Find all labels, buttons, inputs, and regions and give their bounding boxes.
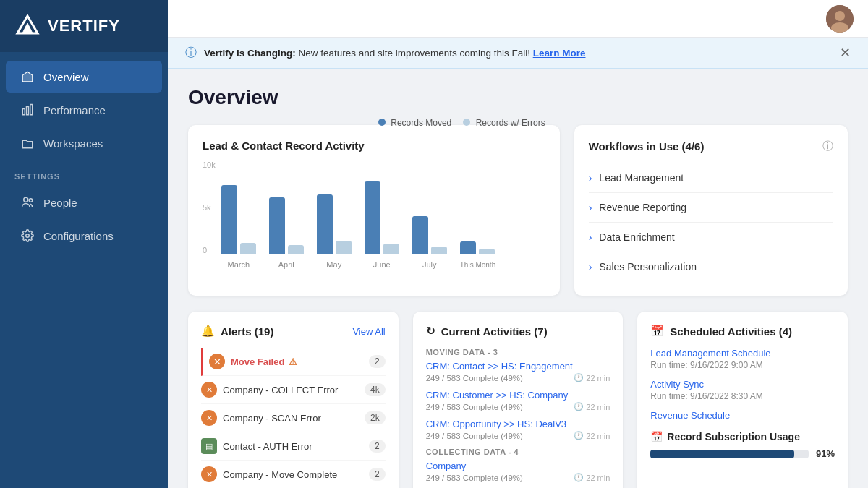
moving-label: MOVING DATA - 3: [426, 348, 610, 356]
alert-name-collect: Company - COLLECT Error: [223, 385, 359, 395]
workflow-name: Lead Management: [599, 172, 684, 184]
activity-link-crm-contact[interactable]: CRM: Contact >> HS: Engagement: [426, 361, 610, 372]
alert-icon-scan: ✕: [201, 410, 217, 426]
activity-link-company[interactable]: Company: [426, 461, 610, 471]
alert-item-collect-error: ✕ Company - COLLECT Error 4k: [201, 376, 386, 404]
activities-count: 7: [537, 325, 543, 338]
chart-title: Lead & Contact Record Activity: [203, 140, 365, 152]
sidebar-item-configurations[interactable]: Configurations: [6, 220, 162, 252]
bar-july-error: [431, 247, 447, 254]
workflow-item-revenue-reporting[interactable]: › Revenue Reporting: [589, 193, 833, 223]
bar-june-main: [365, 181, 380, 254]
alerts-label: Alerts (19): [221, 325, 273, 338]
scheduled-link-activity-sync[interactable]: Activity Sync: [650, 379, 835, 390]
bar-label-june: June: [373, 260, 391, 269]
workflow-item-lead-management[interactable]: › Lead Management: [589, 163, 833, 193]
activity-progress-crm-opportunity: 249 / 583 Complete (49%) 🕐 22 min: [426, 431, 610, 440]
workflows-header: Workflows in Use (4/6) ⓘ: [589, 140, 833, 153]
sidebar-item-performance-label: Performance: [43, 104, 106, 116]
record-usage-label: Record Subscription Usage: [667, 431, 800, 442]
chevron-right-icon: ›: [589, 231, 592, 243]
alert-badge-auth: 2: [369, 440, 386, 453]
banner-close-button[interactable]: ✕: [840, 45, 851, 61]
learn-more-link[interactable]: Learn More: [533, 48, 586, 59]
bar-june-error: [383, 244, 399, 254]
alert-icon-move-failed: ✕: [209, 354, 225, 369]
users-icon: [20, 195, 35, 210]
bars-area: March April: [221, 160, 545, 269]
alert-item-auth-error: ▤ Contact - AUTH Error 2: [201, 432, 386, 461]
top-bar: [168, 0, 868, 38]
workflows-info-icon[interactable]: ⓘ: [822, 140, 833, 153]
progress-bar-bg: [650, 450, 809, 458]
legend-dot-moved: [378, 119, 386, 126]
folder-icon: [20, 136, 35, 150]
alert-icon-auth: ▤: [201, 438, 217, 454]
activity-crm-customer: CRM: Customer >> HS: Company 249 / 583 C…: [426, 390, 610, 411]
activity-link-crm-customer[interactable]: CRM: Customer >> HS: Company: [426, 390, 610, 401]
gear-icon: [20, 228, 35, 243]
sidebar-item-performance[interactable]: Performance: [6, 94, 162, 126]
activity-time-company: 🕐 22 min: [574, 473, 610, 482]
progress-bar-container: 91%: [650, 448, 835, 459]
activity-link-crm-opportunity[interactable]: CRM: Opportunity >> HS: DealV3: [426, 419, 610, 429]
calendar-icon-small: 📅: [650, 431, 663, 442]
alert-icon-collect: ✕: [201, 382, 217, 398]
sidebar-item-overview[interactable]: Overview: [6, 61, 162, 93]
alert-item-move-complete: ✕ Company - Move Complete 2: [201, 461, 386, 488]
svg-point-8: [835, 11, 845, 21]
workflow-name: Data Enrichment: [599, 231, 674, 243]
activities-card: ↻ Current Activities (7) MOVING DATA - 3…: [413, 312, 624, 488]
activity-time-crm-customer: 🕐 22 min: [574, 402, 610, 411]
svg-rect-2: [27, 107, 29, 115]
workflow-item-data-enrichment[interactable]: › Data Enrichment: [589, 223, 833, 252]
activities-title: ↻ Current Activities (7): [426, 325, 548, 338]
info-icon: ⓘ: [185, 46, 197, 61]
progress-bar-fill: [650, 450, 794, 458]
scheduled-link-lead[interactable]: Lead Management Schedule: [650, 348, 835, 359]
sidebar-nav: Overview Performance Workspaces SETTINGS…: [0, 52, 168, 488]
workflow-item-sales-personalization[interactable]: › Sales Personalization: [589, 252, 833, 281]
alert-badge-collect: 4k: [365, 383, 386, 396]
sidebar-item-people[interactable]: People: [6, 187, 162, 218]
sidebar: VERTIFY Overview Performance Workspaces …: [0, 0, 168, 488]
settings-label: SETTINGS: [0, 160, 168, 185]
legend-dot-errors: [463, 119, 470, 126]
page-title: Overview: [188, 86, 848, 109]
chart-wrapper: 10k 5k 0: [203, 160, 545, 269]
activity-crm-opportunity: CRM: Opportunity >> HS: DealV3 249 / 583…: [426, 419, 610, 440]
alerts-header: 🔔 Alerts (19) View All: [201, 325, 386, 338]
chevron-right-icon: ›: [589, 261, 592, 273]
banner-message: New features and site improvements comin…: [299, 48, 530, 59]
bar-april-main: [269, 197, 285, 254]
warning-icon: ⚠: [289, 356, 297, 367]
bar-label-thismonth: This Month: [460, 261, 495, 269]
clock-icon: 🕐: [574, 431, 584, 440]
collecting-label: COLLECTING DATA - 4: [426, 448, 610, 456]
bar-thismonth-error: [479, 249, 495, 254]
bar-chart-icon: [20, 103, 35, 117]
logo-area: VERTIFY: [0, 0, 168, 52]
scheduled-time-lead: Run time: 9/16/2022 9:00 AM: [650, 360, 835, 370]
bar-label-march: March: [227, 260, 250, 269]
bar-july-main: [412, 216, 428, 254]
avatar[interactable]: [826, 5, 854, 33]
activity-company: Company 249 / 583 Complete (49%) 🕐 22 mi…: [426, 461, 610, 482]
alert-icon-move-complete: ✕: [201, 466, 217, 482]
calendar-icon: 📅: [650, 325, 664, 338]
bar-group-march: March: [221, 185, 256, 269]
sidebar-item-workspaces[interactable]: Workspaces: [6, 127, 162, 159]
view-all-link[interactable]: View All: [352, 326, 385, 337]
bar-group-june: June: [365, 181, 399, 269]
workflows-title: Workflows in Use (4/6): [589, 140, 705, 153]
scheduled-link-revenue[interactable]: Revenue Schedule: [650, 410, 835, 421]
bar-label-july: July: [422, 260, 437, 269]
scheduled-count: 4: [783, 325, 788, 338]
svg-point-6: [26, 234, 30, 238]
bar-may-error: [336, 241, 352, 254]
legend-label-errors: Records w/ Errors: [476, 118, 545, 128]
banner-bold: Vertify is Changing:: [204, 48, 296, 59]
scheduled-item-activity-sync: Activity Sync Run time: 9/16/2022 8:30 A…: [650, 379, 835, 401]
bar-group-april: April: [269, 197, 304, 269]
activities-label: Current Activities (7): [441, 325, 548, 338]
